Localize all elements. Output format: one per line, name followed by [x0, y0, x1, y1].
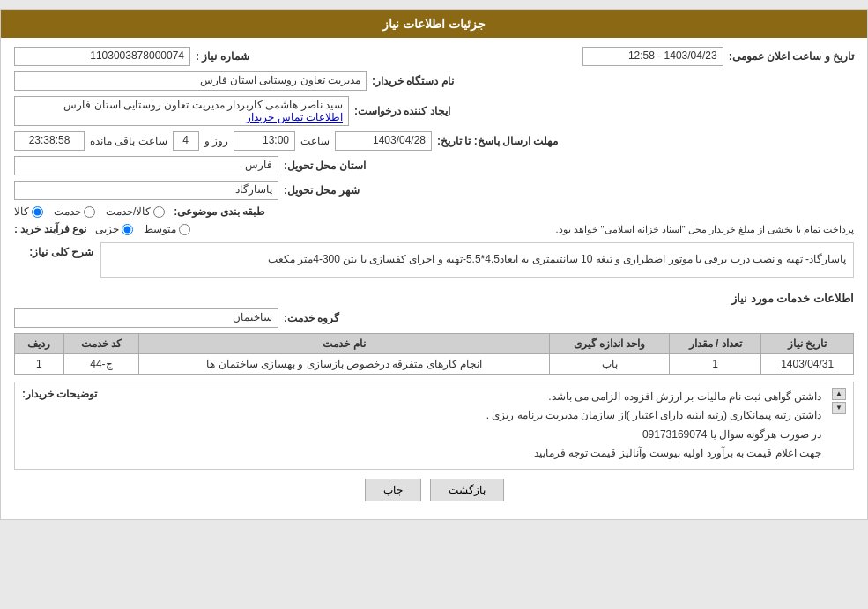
category-label: طبقه بندی موضوعی: [174, 205, 265, 218]
deadline-label: مهلت ارسال پاسخ: تا تاریخ: [437, 135, 558, 147]
notes-line: در صورت هرگونه سوال یا 09173169074 [104, 426, 821, 445]
col-unit: واحد اندازه گیری [550, 333, 670, 353]
deadline-remaining-label: ساعت باقی مانده [90, 135, 167, 147]
notes-label: توضیحات خریدار: [22, 388, 97, 400]
category-option-service[interactable]: خدمت [54, 205, 95, 218]
print-button[interactable]: چاپ [365, 479, 421, 501]
province-label: استان محل تحویل: [284, 160, 366, 172]
need-description: پاسارگاد- تهیه و نصب درب برقی با موتور ا… [100, 242, 854, 278]
deadline-days: 4 [173, 131, 199, 151]
services-section-title: اطلاعات خدمات مورد نیاز [14, 292, 854, 305]
deadline-remaining: 23:38:58 [14, 131, 85, 151]
deadline-time: 13:00 [234, 131, 295, 151]
scroll-up-btn[interactable]: ▲ [832, 388, 846, 400]
date-label: تاریخ و ساعت اعلان عمومی: [729, 50, 854, 63]
requester-value: سید ناصر هاشمی کاربردار مدیریت تعاون روس… [14, 96, 349, 126]
col-row: ردیف [15, 333, 64, 353]
date-value: 1403/04/23 - 12:58 [582, 47, 723, 66]
buttons-row: بازگشت چاپ [14, 479, 854, 501]
page-header: جزئیات اطلاعات نیاز [1, 10, 867, 38]
col-code: کد خدمت [63, 333, 138, 353]
need-description-label: شرح کلی نیاز: [14, 246, 93, 258]
page-title: جزئیات اطلاعات نیاز [382, 17, 486, 31]
col-quantity: تعداد / مقدار [669, 333, 761, 353]
notes-line: داشتن رتبه پیمانکاری (رتبه اینبه دارای ا… [104, 406, 821, 426]
category-option-goods[interactable]: کالا [14, 205, 43, 218]
need-number-value: 1103003878000074 [14, 47, 190, 66]
process-radio-group: متوسط جزیی [95, 223, 190, 235]
table-row: 1403/04/31 1 باب انجام کارهای متفرقه درخ… [15, 353, 854, 374]
city-value: پاسارگاد [14, 181, 278, 200]
notes-content: داشتن گواهی ثبت نام مالیات بر ارزش افزود… [104, 388, 821, 464]
back-button[interactable]: بازگشت [430, 479, 504, 501]
deadline-days-label: روز و [204, 135, 228, 147]
need-number-label: شماره نیاز : [196, 50, 249, 63]
notes-line: جهت اعلام قیمت به برآورد اولیه پیوست وآن… [104, 444, 821, 464]
service-group-value: ساختمان [14, 308, 278, 328]
notes-section: ▲ ▼ داشتن گواهی ثبت نام مالیات بر ارزش ا… [14, 382, 854, 470]
requester-label: ایجاد کننده درخواست: [354, 105, 450, 117]
process-option-minor[interactable]: جزیی [95, 223, 133, 235]
process-note: پرداخت تمام یا بخشی از مبلغ خریدار محل "… [199, 224, 854, 235]
notes-line: داشتن گواهی ثبت نام مالیات بر ارزش افزود… [104, 388, 821, 407]
col-name: نام خدمت [138, 333, 549, 353]
buyer-name-label: نام دستگاه خریدار: [372, 75, 454, 87]
deadline-date: 1403/04/28 [335, 131, 432, 151]
process-label: نوع فرآیند خرید : [14, 223, 86, 235]
requester-link[interactable]: اطلاعات تماس خریدار [246, 111, 343, 123]
province-value: فارس [14, 156, 278, 175]
requester-text: سید ناصر هاشمی کاربردار مدیریت تعاون روس… [63, 99, 343, 111]
buyer-name-value: مدیریت تعاون روستایی استان فارس [14, 71, 367, 91]
category-radio-group: کالا/خدمت خدمت کالا [14, 205, 165, 218]
service-group-label: گروه خدمت: [284, 312, 339, 324]
services-table: تاریخ نیاز تعداد / مقدار واحد اندازه گیر… [14, 333, 854, 375]
process-option-medium[interactable]: متوسط [144, 223, 190, 235]
col-date: تاریخ نیاز [761, 333, 854, 353]
category-option-service-goods[interactable]: کالا/خدمت [106, 205, 165, 218]
city-label: شهر محل تحویل: [284, 184, 360, 197]
deadline-time-label: ساعت [300, 135, 330, 147]
scroll-down-btn[interactable]: ▼ [832, 402, 846, 414]
